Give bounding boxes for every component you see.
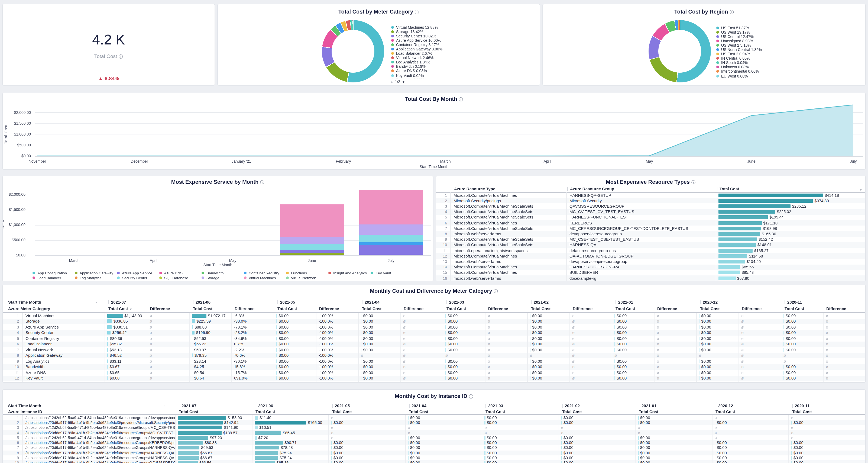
table-row[interactable]: 3/subscriptions/12d2db62-5aa9-471d-84bb-…	[3, 425, 866, 430]
table-row[interactable]: 8Application Gateway$46.52ø$79.3570.6%$0…	[3, 353, 866, 358]
table-row[interactable]: 5Microsoft.Compute/virtualMachineScaleSe…	[436, 215, 866, 220]
table-row[interactable]: 11Azure DNS$0.65ø$0.54-15.7%$0.00-100.0%…	[3, 370, 866, 375]
chevron-down-icon[interactable]: ∨	[860, 187, 862, 192]
table-row[interactable]: 8microsoft.web/serverfarmsdevappservicer…	[436, 231, 866, 237]
subcol-difference[interactable]: Difference	[657, 306, 677, 311]
subcol-difference[interactable]: Difference	[404, 306, 424, 311]
table-row[interactable]: 2Microsoft.Security/pricingsMicrosoft.Se…	[436, 198, 866, 203]
legend-item[interactable]: US North Central 1.82%	[716, 48, 863, 52]
table-row[interactable]: 7/subscriptions/20d6a917-99fa-4b1b-9b2e-…	[3, 445, 866, 451]
legend-item[interactable]: US East 51.37%	[716, 26, 863, 30]
info-icon[interactable]: ⓘ	[494, 289, 498, 294]
column-header-cost[interactable]: Total Cost	[717, 186, 739, 192]
subcol-total-cost[interactable]: Total Cost∨	[108, 306, 132, 311]
pager-up-icon[interactable]: ▲	[390, 80, 393, 83]
subcol-total-cost[interactable]: Total Cost	[277, 306, 297, 311]
legend-item[interactable]: Azure App Service 10.00%	[391, 38, 532, 42]
subcol-total-cost[interactable]: Total Cost	[362, 306, 381, 311]
table-row[interactable]: 4Security Center$256.42ø$196.90-23.2%$0.…	[3, 330, 866, 336]
legend-item[interactable]: Insight and Analytics	[328, 270, 367, 275]
legend-item[interactable]: Load Balancer 2.67%	[391, 51, 532, 56]
table-row[interactable]: 13microsoft.web/serverfarmsdevappservice…	[436, 259, 866, 264]
subcol-total-cost[interactable]: Total Cost	[616, 306, 635, 311]
table-row[interactable]: 14Microsoft.Compute/virtualMachinesHARNE…	[436, 264, 866, 270]
column-header-group[interactable]: Azure Resource Group	[567, 186, 614, 192]
legend-item[interactable]: Load Balancer	[32, 276, 61, 280]
legend-item[interactable]: EU West 0.00%	[716, 74, 863, 78]
info-icon[interactable]: ⓘ	[119, 54, 123, 59]
info-icon[interactable]: ⓘ	[469, 394, 473, 399]
table-row[interactable]: 4Microsoft.Compute/virtualMachineScaleSe…	[436, 209, 866, 214]
legend-item[interactable]: Functions 0.00%	[391, 78, 532, 79]
chevron-left-icon[interactable]: ‹	[96, 300, 97, 305]
legend-item[interactable]: Virtual Network	[286, 276, 316, 280]
legend-item[interactable]: Functions	[286, 270, 307, 275]
table-row[interactable]: 2/subscriptions/20d6a917-99fa-4b1b-9b2e-…	[3, 420, 866, 425]
table-row[interactable]: 1/subscriptions/12d2db62-5aa9-471d-84bb-…	[3, 415, 866, 420]
table-row[interactable]: 10/subscriptions/20d6a917-99fa-4b1b-9b2e…	[3, 460, 866, 463]
chevron-down-icon[interactable]: ∨	[129, 308, 132, 311]
legend-item[interactable]: Azure DNS 0.03%	[391, 69, 532, 73]
table-row[interactable]: 8/subscriptions/20d6a917-99fa-4b1b-9b2e-…	[3, 450, 866, 455]
legend-item[interactable]: Azure DNS	[159, 270, 183, 275]
area-chart[interactable]: $0.00$500.00$1,000.00$1,500.00$2,000.00N…	[3, 93, 865, 169]
meter-donut-chart[interactable]	[322, 20, 384, 82]
legend-item[interactable]: Log Analytics	[75, 276, 101, 280]
table-row[interactable]: 4/subscriptions/20d6a917-99fa-4b1b-9b2e-…	[3, 430, 866, 435]
table-row[interactable]: 5/subscriptions/12d2db62-5aa9-471d-84bb-…	[3, 435, 866, 440]
table-row[interactable]: 5Container Registry$80.36ø$52.53-34.6%$0…	[3, 336, 866, 341]
column-header-type[interactable]: Azure Resource Type	[454, 186, 495, 192]
legend-item[interactable]: Key Vault	[371, 270, 391, 275]
table-row[interactable]: 9/subscriptions/20d6a917-99fa-4b1b-9b2e-…	[3, 455, 866, 461]
table-row[interactable]: 7Virtual Network$52.13ø$50.97-2.2%$0.00-…	[3, 347, 866, 353]
table-row[interactable]: 15Microsoft.Compute/virtualMachinesBUILD…	[436, 270, 866, 276]
table-row[interactable]: 2Storage$336.85ø$225.59-33.0%$0.00-100.0…	[3, 319, 866, 324]
legend-item[interactable]: Intercontinental 0.00%	[716, 69, 863, 74]
table-row[interactable]: 11microsoft.operationalinsights/workspac…	[436, 248, 866, 253]
subcol-difference[interactable]: Difference	[235, 306, 254, 311]
subcol-difference[interactable]: Difference	[742, 306, 762, 311]
legend-item[interactable]: US Central 12.47%	[716, 34, 863, 38]
table-row[interactable]: 1Virtual Machines$1,143.93ø$1,072.17-6.3…	[3, 313, 866, 319]
legend-item[interactable]: Azure App Service	[117, 270, 152, 275]
legend-item[interactable]: US West 19.17%	[716, 30, 863, 34]
table-row[interactable]: 6Microsoft.Compute/virtualMachinesKERBER…	[436, 220, 866, 226]
legend-item[interactable]: US West 2 5.18%	[716, 43, 863, 48]
table-row[interactable]: 13App Configuration$0.00ø$0.00ø$0.00ø$0.…	[3, 381, 866, 383]
legend-item[interactable]: IN South 0.04%	[716, 61, 863, 65]
subcol-total-cost[interactable]: Total Cost	[700, 306, 719, 311]
info-icon[interactable]: ⓘ	[415, 10, 419, 15]
subcol-total-cost[interactable]: Total Cost	[784, 306, 804, 311]
legend-item[interactable]: Security Center	[117, 276, 147, 280]
legend-item[interactable]: Key Vault 0.02%	[391, 73, 532, 78]
legend-item[interactable]: Security Center 10.82%	[391, 34, 532, 38]
legend-item[interactable]: Log Analytics 1.34%	[391, 60, 532, 64]
table-row[interactable]: 9Microsoft.Compute/virtualMachineScaleSe…	[436, 237, 866, 242]
table-row[interactable]: 10Microsoft.Compute/virtualMachineScaleS…	[436, 242, 866, 248]
table-row[interactable]: 3Microsoft.Compute/virtualMachineScaleSe…	[436, 204, 866, 209]
subcol-difference[interactable]: Difference	[150, 306, 170, 311]
legend-item[interactable]: Virtual Network 2.46%	[391, 56, 532, 60]
legend-item[interactable]: Virtual Machines	[244, 276, 276, 280]
table-row[interactable]: 12Key Vault$0.08ø$0.64691.0%$0.00-100.0%…	[3, 375, 866, 381]
table-row[interactable]: 9Log Analytics$33.11ø$23.14-30.1%$0.00-1…	[3, 358, 866, 364]
table-row[interactable]: 6/subscriptions/20d6a917-99fa-4b1b-9b2e-…	[3, 440, 866, 445]
subcol-difference[interactable]: Difference	[573, 306, 592, 311]
legend-item[interactable]: Bandwidth	[202, 270, 224, 275]
legend-item[interactable]: Unassigned 8.93%	[716, 39, 863, 43]
legend-item[interactable]: IN Central 0.06%	[716, 56, 863, 60]
legend-item[interactable]: US East 2 0.94%	[716, 52, 863, 56]
subcol-total-cost[interactable]: Total Cost	[193, 306, 212, 311]
info-icon[interactable]: ⓘ	[730, 10, 734, 15]
table-row[interactable]: 3Azure App Service$330.51ø$88.80-73.1%$0…	[3, 324, 866, 330]
table-row[interactable]: 16microsoft.web/serverfarmsdocexample-rg…	[436, 276, 866, 281]
legend-item[interactable]: App Configuration	[32, 270, 67, 275]
info-icon[interactable]: ⓘ	[691, 180, 696, 185]
legend-item[interactable]: Container Registry 3.17%	[391, 42, 532, 47]
legend-item[interactable]: Application Gateway	[75, 270, 113, 275]
table-row[interactable]: 1Microsoft.Compute/virtualMachinesHARNES…	[436, 193, 866, 198]
table-row[interactable]: 12Microsoft.Compute/virtualMachinesQA-AU…	[436, 253, 866, 259]
table-row[interactable]: 7Microsoft.Compute/virtualMachineScaleSe…	[436, 226, 866, 231]
table-row[interactable]: 10Bandwidth$3.67ø$4.2515.8%$0.00-100.0%$…	[3, 364, 866, 370]
legend-item[interactable]: Unknown 0.03%	[716, 65, 863, 69]
